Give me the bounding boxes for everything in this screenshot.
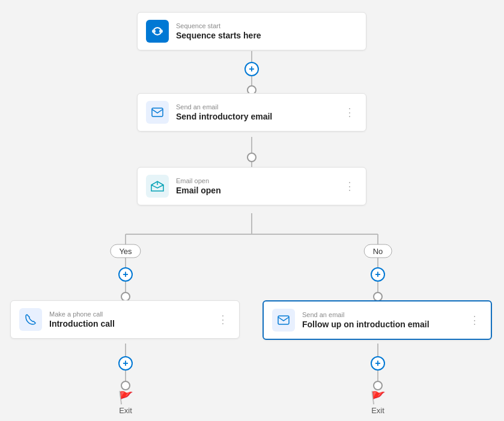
send-email-1-label: Send an email xyxy=(176,103,335,111)
send-email-1-title: Send introductory email xyxy=(176,112,335,121)
phone-call-card: Make a phone call Introduction call ⋮ xyxy=(10,300,240,339)
email-open-text: Email open Email open xyxy=(176,177,335,195)
email-open-label: Email open xyxy=(176,177,335,184)
phone-call-text: Make a phone call Introduction call xyxy=(49,310,208,329)
phone-call-label: Make a phone call xyxy=(49,310,208,318)
send-email-1-icon xyxy=(146,101,169,124)
sequence-start-label: Sequence start xyxy=(176,22,357,29)
send-email-2-icon xyxy=(272,309,295,332)
send-email-1-text: Send an email Send introductory email xyxy=(176,103,335,121)
email-open-title: Email open xyxy=(176,186,335,195)
yes-plus-button-2[interactable]: + xyxy=(118,356,133,371)
send-email-2-title: Follow up on introduction email xyxy=(302,320,460,329)
no-exit-node: 🚩 Exit xyxy=(371,390,386,415)
no-exit-flag: 🚩 xyxy=(371,390,386,405)
no-branch-label[interactable]: No xyxy=(364,244,392,258)
sequence-start-icon xyxy=(146,20,169,43)
no-plus-button-2[interactable]: + xyxy=(371,356,385,371)
email-open-icon xyxy=(146,175,169,198)
send-email-2-label: Send an email xyxy=(302,311,460,318)
send-email-2-card: Send an email Follow up on introduction … xyxy=(263,300,492,340)
sequence-start-title: Sequence starts here xyxy=(176,31,357,40)
no-circle-node-2 xyxy=(373,381,383,390)
svg-point-16 xyxy=(152,29,156,33)
svg-rect-19 xyxy=(278,316,289,324)
email-open-card: Email open Email open ⋮ xyxy=(137,167,366,205)
circle-node-2 xyxy=(247,153,257,162)
yes-exit-flag: 🚩 xyxy=(118,390,133,405)
send-email-2-text: Send an email Follow up on introduction … xyxy=(302,311,460,329)
send-email-1-card: Send an email Send introductory email ⋮ xyxy=(137,93,366,132)
plus-button-1[interactable]: + xyxy=(244,62,259,76)
phone-call-title: Introduction call xyxy=(49,319,208,329)
no-exit-label: Exit xyxy=(371,406,384,415)
sequence-start-text: Sequence start Sequence starts here xyxy=(176,22,357,40)
workflow-canvas: Sequence start Sequence starts here + Se… xyxy=(0,0,504,421)
phone-call-icon xyxy=(19,308,42,331)
svg-point-17 xyxy=(159,29,163,33)
email-open-menu[interactable]: ⋮ xyxy=(342,178,357,194)
send-email-2-menu[interactable]: ⋮ xyxy=(467,312,482,328)
yes-branch-label[interactable]: Yes xyxy=(110,244,141,258)
yes-exit-label: Exit xyxy=(119,406,132,415)
yes-plus-button[interactable]: + xyxy=(118,267,133,282)
yes-exit-node: 🚩 Exit xyxy=(118,390,133,415)
svg-rect-18 xyxy=(152,108,163,117)
send-email-1-menu[interactable]: ⋮ xyxy=(342,104,357,120)
phone-call-menu[interactable]: ⋮ xyxy=(215,312,231,327)
yes-circle-node-2 xyxy=(121,381,130,390)
sequence-start-card: Sequence start Sequence starts here xyxy=(137,12,366,50)
no-plus-button[interactable]: + xyxy=(371,267,385,282)
